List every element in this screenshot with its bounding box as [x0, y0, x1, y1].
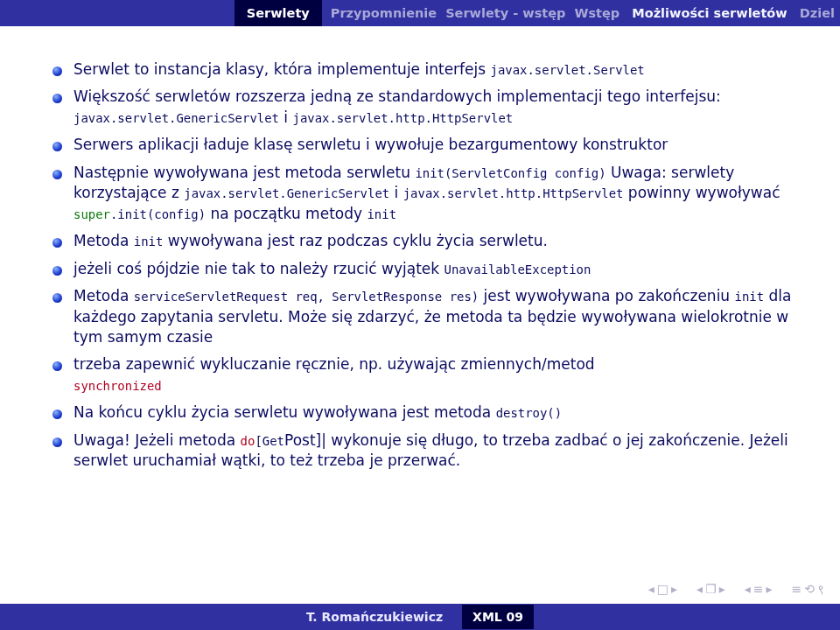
nav-group-4: ≡ ⟲ ९ [792, 582, 824, 597]
code: javax.servlet.http.HttpServlet [403, 186, 624, 200]
code: javax.servlet.GenericServlet [184, 186, 389, 200]
code: destroy() [496, 406, 563, 420]
nav-search-icon[interactable]: ≡ [753, 582, 764, 597]
code: UnavailableException [444, 262, 592, 276]
footer-author: T. Romańczukiewicz [306, 610, 443, 624]
keyword-super: super [74, 207, 110, 221]
nav-slide-icon[interactable]: ❐ [705, 582, 717, 597]
code: init [735, 290, 765, 304]
slide-body: Serwlet to instancja klasy, która implem… [0, 26, 840, 475]
nav-forward-icon[interactable]: ▸ [766, 582, 773, 597]
footer-course: XML 09 [462, 605, 534, 629]
bullet-3: Serwers aplikacji ładuje klasę serwletu … [52, 131, 803, 158]
nav-refresh-icon[interactable]: ⟲ [804, 582, 815, 597]
nav-controls: ◂ □ ▸ ◂ ❐ ▸ ◂ ≡ ▸ ≡ ⟲ ९ [648, 582, 824, 597]
nav-group-3: ◂ ≡ ▸ [745, 582, 773, 597]
tab-mozliwosci[interactable]: Możliwości serwletów [626, 3, 792, 24]
text: i [279, 108, 293, 126]
bullet-2: Większość serwletów rozszerza jedną ze s… [52, 83, 803, 131]
text: powinny wywoływać [623, 184, 780, 201]
bullet-7: Metoda serviceServletRequest req, Servle… [52, 283, 803, 351]
text: Metoda [74, 232, 134, 249]
code: javax.servlet.Servlet [491, 63, 645, 77]
nav-group-1: ◂ □ ▸ [648, 582, 677, 597]
code: init [367, 207, 396, 221]
nav-menu-icon[interactable]: ९ [817, 582, 824, 597]
code: javax.servlet.http.HttpServlet [292, 111, 513, 125]
text: jest wywoływana po zakończeniu [479, 287, 734, 304]
text: i [389, 184, 403, 201]
text: wywoływana jest raz podczas cyklu życia … [163, 232, 548, 249]
text: Następnie wywoływana jest metoda serwlet… [74, 164, 415, 181]
bullet-4: Następnie wywoływana jest metoda serwlet… [52, 159, 803, 228]
nav-next-icon[interactable]: ▸ [719, 582, 725, 597]
text: trzeba zapewnić wykluczanie ręcznie, np.… [74, 355, 595, 373]
bullet-10: Uwaga! Jeżeli metoda do[GetPost]| wykonu… [52, 427, 803, 475]
text: Większość serwletów rozszerza jedną ze s… [74, 88, 721, 105]
nav-prev-section-icon[interactable]: □ [657, 582, 668, 597]
code: serviceServletRequest req, ServletRespon… [134, 290, 479, 304]
bullet-9: Na końcu cyklu życia serwletu wywoływana… [52, 399, 803, 426]
bullet-6: jeżeli coś pójdzie nie tak to należy rzu… [52, 256, 803, 283]
tab-przypomnienie[interactable]: Przypomnienie [329, 6, 438, 20]
code: init(ServletConfig config) [415, 166, 606, 180]
nav-prev-icon[interactable]: ◂ [696, 582, 703, 597]
nav-next-section-icon[interactable]: ▸ [671, 582, 677, 597]
text: Serwlet to instancja klasy, która implem… [74, 60, 491, 78]
keyword-do: do [241, 434, 256, 448]
tab-serwlety-wstep[interactable]: Serwlety - wstęp [444, 6, 567, 20]
slide-footer: T. Romańczukiewicz XML 09 [0, 604, 840, 630]
text: Na końcu cyklu życia serwletu wywoływana… [74, 403, 496, 421]
nav-jump-back-icon[interactable]: ≡ [792, 582, 802, 597]
text: Metoda [74, 287, 134, 304]
bullet-5: Metoda init wywoływana jest raz podczas … [52, 228, 803, 255]
header-tabs: Przypomnienie Serwlety - wstęp Wstęp Moż… [329, 3, 840, 24]
nav-group-2: ◂ ❐ ▸ [696, 582, 725, 597]
tab-wstep[interactable]: Wstęp [572, 6, 621, 20]
bullet-8: trzeba zapewnić wykluczanie ręcznie, np.… [52, 351, 803, 399]
nav-back-icon[interactable]: ◂ [745, 582, 751, 597]
code: [Get [255, 434, 284, 448]
code: .init(config) [110, 207, 206, 221]
text: Uwaga! Jeżeli metoda [74, 431, 241, 449]
keyword-synchronized: synchronized [74, 379, 162, 393]
tab-dziel[interactable]: Dziel [798, 6, 836, 20]
code: init [134, 234, 164, 248]
text: na początku metody [206, 205, 367, 222]
bullet-1: Serwlet to instancja klasy, która implem… [52, 56, 803, 83]
section-title: Serwlety [234, 0, 322, 26]
text: jeżeli coś pójdzie nie tak to należy rzu… [74, 260, 444, 277]
code: javax.servlet.GenericServlet [74, 111, 279, 125]
slide-header: Serwlety Przypomnienie Serwlety - wstęp … [0, 0, 840, 26]
nav-first-icon[interactable]: ◂ [648, 582, 654, 597]
